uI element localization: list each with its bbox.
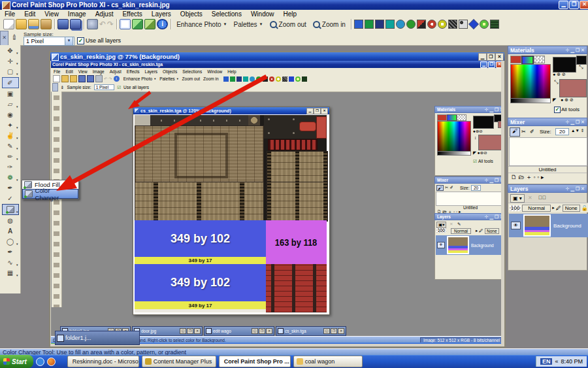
move-tool-button[interactable]: ✛▾ bbox=[3, 56, 18, 66]
palettes-button[interactable]: Palettes▼ bbox=[230, 20, 266, 29]
effect-button-14[interactable] bbox=[490, 20, 499, 29]
zoom-in-button[interactable]: Zoom in bbox=[310, 20, 349, 29]
foreground-mini-swatch[interactable] bbox=[576, 56, 587, 65]
preset-shape-tool-button[interactable]: ◯▾ bbox=[3, 237, 18, 246]
link-brush-icon[interactable]: 🖉 bbox=[556, 205, 561, 211]
use-all-layers-checkbox[interactable]: ✓ bbox=[77, 37, 84, 44]
background-style-icons[interactable]: ● ⊛ ⊘ bbox=[561, 97, 574, 103]
mixer-window-buttons[interactable]: ⊹ ▁ ❐ ✕ bbox=[566, 119, 585, 125]
mixer-brush-tool[interactable]: 🖌 bbox=[510, 127, 520, 137]
quicklaunch-ie-icon[interactable] bbox=[36, 358, 44, 366]
menu-view[interactable]: View bbox=[40, 10, 63, 18]
pen-tool-button[interactable]: ✒ bbox=[3, 247, 18, 257]
effect-button-3[interactable] bbox=[375, 20, 384, 29]
menu-help[interactable]: Help bbox=[278, 10, 301, 18]
task-coal-wagon[interactable]: coal wagon bbox=[293, 356, 363, 367]
effect-button-10[interactable] bbox=[448, 20, 457, 29]
photo-tray-icon[interactable] bbox=[144, 19, 155, 29]
menu-file[interactable]: File bbox=[0, 10, 20, 18]
layer-thumbnail[interactable] bbox=[523, 214, 551, 237]
materials-titlebar[interactable]: Materials ⊹ ▁ ❐ ✕ bbox=[508, 46, 587, 54]
zoom-out-button[interactable]: Zoom out bbox=[267, 20, 310, 29]
menu-effects[interactable]: Effects bbox=[118, 10, 146, 18]
flyout-item-color-changer[interactable]: Color Changer bbox=[22, 189, 78, 199]
menu-layers[interactable]: Layers bbox=[147, 10, 176, 18]
text-tool-button[interactable]: A bbox=[3, 226, 18, 236]
selection-tool-button[interactable]: ▢▾ bbox=[3, 67, 18, 76]
minimize-button[interactable]: ▁ bbox=[559, 1, 568, 9]
language-indicator[interactable]: EN bbox=[540, 358, 553, 365]
mixer-canvas[interactable] bbox=[509, 137, 587, 166]
pan-tool-button[interactable]: ✥▾ bbox=[3, 46, 18, 56]
photo-fix-icon[interactable] bbox=[132, 19, 143, 29]
task-reskinning-doc[interactable]: Reskinning.doc - Microso... bbox=[67, 356, 139, 367]
tray-collapse-arrow[interactable]: « bbox=[555, 358, 558, 365]
transparency-icon[interactable]: ◤ bbox=[553, 97, 556, 103]
effect-button-2[interactable] bbox=[365, 20, 374, 29]
print-icon[interactable] bbox=[87, 19, 98, 29]
menu-edit[interactable]: Edit bbox=[20, 10, 40, 18]
greyscale-strip[interactable] bbox=[510, 98, 551, 103]
swap-materials-icon[interactable]: ⤡ bbox=[554, 79, 558, 86]
task-paint-shop-pro[interactable]: Corel Paint Shop Pro ... bbox=[219, 356, 291, 367]
menu-objects[interactable]: Objects bbox=[176, 10, 207, 18]
task-content-manager[interactable]: Content Manager Plus bbox=[142, 356, 216, 367]
foreground-swatch[interactable] bbox=[553, 57, 576, 73]
blend-mode-dropdown[interactable]: Normal bbox=[522, 205, 551, 212]
palette-handle-close-icon[interactable]: ✕ bbox=[0, 31, 8, 46]
close-button[interactable]: ✕ bbox=[580, 1, 588, 9]
background-eraser-tool-button[interactable]: ✓ bbox=[3, 193, 18, 203]
dropper-tool-button[interactable]: ✐ bbox=[2, 77, 19, 88]
mixer-page-buttons[interactable]: 🗋 🗁 ＋ ◦ ◦ ▸ bbox=[511, 173, 544, 182]
eraser-tool-button[interactable]: ✒ bbox=[3, 183, 18, 193]
mixer-titlebar[interactable]: Mixer ⊹ ▁ ❐ ✕ bbox=[508, 118, 587, 126]
start-button[interactable]: Start bbox=[0, 355, 33, 368]
picture-tube-tool-button[interactable]: ◍ bbox=[3, 216, 18, 226]
edit-selection-button[interactable]: ✎⃞ bbox=[538, 195, 546, 201]
effect-button-1[interactable] bbox=[354, 20, 363, 29]
effect-button-4[interactable] bbox=[385, 20, 395, 29]
info-icon[interactable]: i bbox=[157, 19, 168, 29]
sample-size-dropdown[interactable]: 1 Pixel▼ bbox=[24, 37, 74, 46]
minimized-document-folder1[interactable]: folder1.j... bbox=[55, 331, 140, 345]
menu-image[interactable]: Image bbox=[63, 10, 91, 18]
new-image-icon[interactable] bbox=[3, 19, 14, 29]
menu-window[interactable]: Window bbox=[246, 10, 279, 18]
link-set-button[interactable]: None bbox=[563, 205, 580, 212]
doc-close-button[interactable]: ✕ bbox=[495, 53, 504, 61]
flood-fill-tool-button[interactable]: ▾ bbox=[2, 204, 19, 215]
save-icon[interactable] bbox=[57, 19, 69, 29]
document-titlebar[interactable]: cs_skin_reskin.jpg @ 77% (Background) ▁ … bbox=[50, 52, 504, 61]
scan-icon[interactable] bbox=[41, 19, 52, 29]
effect-button-9[interactable] bbox=[438, 20, 447, 29]
layers-window-buttons[interactable]: ⊹ ▁ ❐ ✕ bbox=[566, 186, 585, 192]
makeover-tool-button[interactable]: ✦▾ bbox=[3, 120, 18, 130]
airbrush-tool-button[interactable]: ✑ bbox=[3, 162, 18, 172]
maximize-button[interactable]: ❐ bbox=[569, 1, 579, 9]
mixer-size-value[interactable]: 20 bbox=[555, 128, 569, 135]
crop-tool-button[interactable]: ▣ bbox=[3, 89, 18, 99]
effect-button-7[interactable] bbox=[417, 20, 426, 29]
straighten-tool-button[interactable]: ▱▾ bbox=[3, 99, 18, 109]
mixer-dropper-tool[interactable]: ✐ bbox=[530, 129, 534, 135]
doc-restore-button[interactable]: ❐ bbox=[487, 53, 495, 61]
red-eye-tool-button[interactable]: ◉ bbox=[3, 110, 18, 120]
paint-brush-tool-button[interactable]: ✏▾ bbox=[3, 152, 18, 161]
new-layer-button[interactable]: ▣ ▾ bbox=[510, 194, 525, 203]
all-tools-checkbox[interactable]: ✓ bbox=[554, 107, 561, 113]
doc-minimize-button[interactable]: ▁ bbox=[478, 53, 487, 61]
materials-tab-rainbow[interactable] bbox=[521, 56, 534, 65]
mixer-size-stepper[interactable]: ▲▼ ⇕ bbox=[571, 128, 584, 133]
capture-icon[interactable] bbox=[120, 19, 131, 29]
effect-button-13[interactable] bbox=[480, 20, 489, 29]
menu-adjust[interactable]: Adjust bbox=[91, 10, 118, 18]
open-icon[interactable] bbox=[16, 19, 27, 29]
save-as-icon[interactable] bbox=[70, 19, 81, 29]
background-swatch[interactable] bbox=[559, 79, 587, 97]
mixer-knife-tool[interactable]: ✂ bbox=[521, 129, 526, 135]
blend-mode-arrow-icon[interactable]: ▸ bbox=[552, 205, 555, 210]
layer-visibility-icon[interactable]: 👁 bbox=[511, 222, 521, 229]
lighten-darken-tool-button[interactable]: ❁▾ bbox=[3, 173, 18, 182]
effect-button-11[interactable] bbox=[459, 20, 468, 29]
browse-icon[interactable] bbox=[28, 19, 39, 29]
